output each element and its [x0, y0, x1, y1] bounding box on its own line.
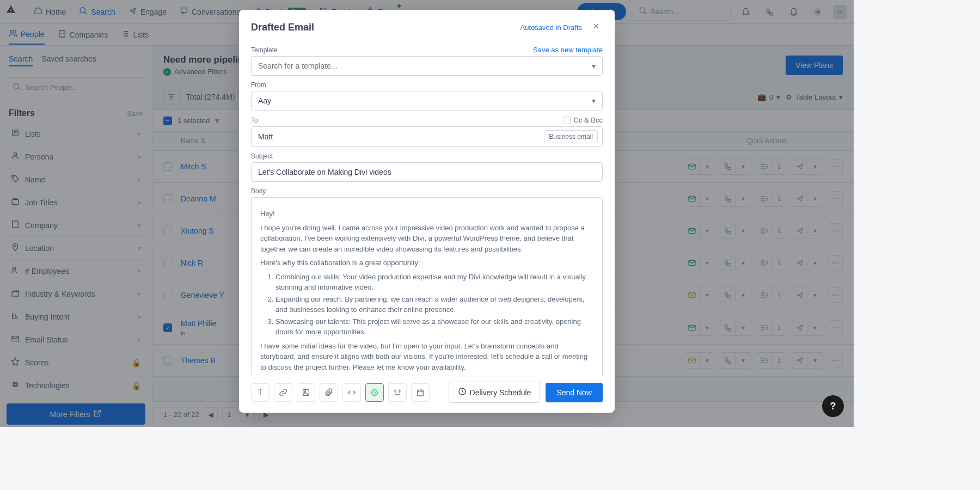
calendar-tool[interactable] [411, 383, 430, 402]
body-why: Here's why this collaboration is a great… [260, 258, 593, 268]
chevron-down-icon: ▾ [592, 96, 596, 105]
cc-bcc-label: Cc & Bcc [574, 116, 603, 124]
cc-checkbox[interactable] [563, 117, 571, 124]
subject-label: Subject [251, 152, 603, 160]
modal-header: Drafted Email Autosaved in Drafts [239, 10, 615, 40]
template-label: Template [251, 46, 278, 54]
body-point: Expanding our reach: By partnering, we c… [275, 294, 593, 315]
svg-rect-28 [418, 390, 424, 396]
help-button[interactable]: ? [822, 395, 844, 417]
body-greeting: Hey! [260, 209, 593, 219]
to-field[interactable]: Matt Business email [251, 126, 603, 147]
from-value: Aay [258, 96, 271, 105]
body-point: Combining our skills: Your video product… [275, 272, 593, 293]
from-label: From [251, 81, 603, 89]
text-format-tool[interactable]: T [251, 383, 270, 402]
modal-body: Template Save as new template Search for… [239, 40, 615, 375]
chevron-down-icon: ▾ [592, 62, 596, 70]
code-tool[interactable] [342, 383, 361, 402]
body-label: Body [251, 187, 603, 195]
body-editor[interactable]: Hey! I hope you're doing well. I came ac… [251, 197, 603, 375]
body-closing: I have some initial ideas for the video,… [260, 341, 593, 373]
ai-tool[interactable] [365, 383, 384, 402]
send-now-button[interactable]: Send Now [546, 383, 603, 402]
delivery-label: Delivery Schedule [470, 388, 531, 397]
clock-icon [458, 387, 467, 397]
body-intro: I hope you're doing well. I came across … [260, 223, 593, 255]
body-point: Showcasing our talents: This project wil… [275, 316, 593, 338]
autosaved-status[interactable]: Autosaved in Drafts [520, 23, 582, 32]
to-value: Matt [258, 132, 544, 141]
modal-footer: T Delivery Schedule Send Now [239, 375, 615, 413]
email-modal: Drafted Email Autosaved in Drafts Templa… [239, 10, 615, 413]
attachment-tool[interactable] [320, 383, 338, 402]
image-tool[interactable] [297, 383, 315, 402]
close-button[interactable] [590, 20, 603, 35]
business-email-badge: Business email [544, 130, 598, 143]
svg-point-26 [304, 390, 306, 392]
link-tool[interactable] [274, 383, 292, 402]
subject-input[interactable] [251, 162, 603, 182]
to-label: To [251, 117, 258, 124]
save-template-link[interactable]: Save as new template [533, 46, 603, 54]
snippet-tool[interactable] [388, 383, 407, 402]
template-placeholder: Search for a template... [258, 62, 338, 70]
from-select[interactable]: Aay ▾ [251, 91, 603, 111]
delivery-schedule-button[interactable]: Delivery Schedule [449, 382, 541, 403]
modal-overlay[interactable]: Drafted Email Autosaved in Drafts Templa… [0, 0, 854, 427]
cc-bcc-toggle[interactable]: Cc & Bcc [563, 116, 603, 124]
modal-title: Drafted Email [251, 22, 314, 33]
template-select[interactable]: Search for a template... ▾ [251, 56, 603, 76]
